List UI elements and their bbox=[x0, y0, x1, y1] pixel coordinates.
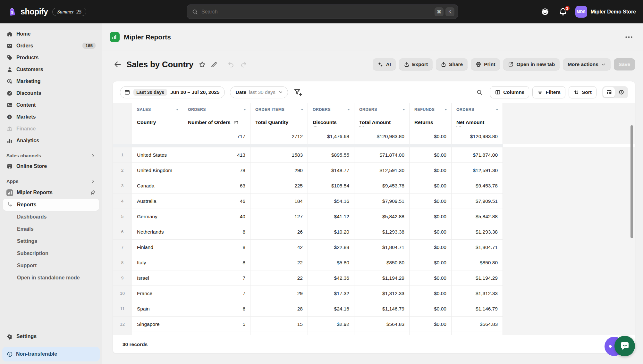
sorted-ascending-icon[interactable] bbox=[233, 120, 239, 126]
row-number: 6 bbox=[113, 224, 132, 239]
sidebar-item-settings[interactable]: Settings bbox=[3, 330, 99, 342]
edition-badge[interactable]: Summer '25 bbox=[52, 8, 86, 16]
column-group-total-quantity[interactable]: ORDER ITEMS bbox=[250, 103, 308, 116]
chart-view-toggle[interactable] bbox=[615, 87, 627, 97]
sidebar-item-marketing[interactable]: Marketing bbox=[3, 75, 99, 87]
undo-icon[interactable] bbox=[227, 61, 235, 68]
value-cell: 28 bbox=[250, 301, 308, 316]
column-group-total-amount[interactable]: ORDERS bbox=[354, 103, 410, 116]
table-row-germany[interactable]: 5Germany40127$41.12$5,842.88$0.00$5,842.… bbox=[113, 209, 635, 224]
apps-header[interactable]: Apps bbox=[6, 178, 96, 184]
topbar-right: 2 MDS Mipler Demo Store bbox=[539, 6, 636, 18]
table-row-united-states[interactable]: 1United States4131583$895.55$71,874.00$0… bbox=[113, 147, 635, 162]
sidebar-item-discounts[interactable]: Discounts bbox=[3, 87, 99, 99]
sidebar-item-reports[interactable]: Reports bbox=[3, 199, 99, 211]
sidebar-item-subscription[interactable]: Subscription bbox=[3, 247, 99, 260]
sidebar-item-settings[interactable]: Settings bbox=[3, 235, 99, 247]
column-header-total-amount[interactable]: Total Amount bbox=[354, 116, 410, 129]
table-row-australia[interactable]: 4Australia46184$54.16$7,909.51$0.00$7,90… bbox=[113, 193, 635, 209]
share-button[interactable]: Share bbox=[436, 58, 468, 70]
orders-icon bbox=[6, 43, 13, 49]
column-header-net-amount[interactable]: Net Amount bbox=[452, 116, 503, 129]
sidebar-item-support[interactable]: Support bbox=[3, 260, 99, 272]
sparkle-icon bbox=[377, 62, 383, 67]
non-transferable-banner[interactable]: Non-transferable bbox=[2, 347, 100, 361]
column-group-label: ORDERS bbox=[188, 107, 206, 112]
redo-icon[interactable] bbox=[240, 61, 247, 68]
column-header-discounts[interactable]: Discounts bbox=[308, 116, 354, 129]
sort-button[interactable]: Sort bbox=[569, 86, 596, 98]
more-actions-button[interactable]: More actions bbox=[563, 58, 611, 70]
table-row-finland[interactable]: 7Finland842$22.88$1,804.71$0.00$1,804.71 bbox=[113, 239, 635, 255]
table-row-france[interactable]: 10France729$17.32$1,312.33$0.00$1,312.33 bbox=[113, 285, 635, 301]
column-header-number-of-orders[interactable]: Number of Orders bbox=[183, 116, 250, 129]
column-group-net-amount[interactable]: ORDERS bbox=[452, 103, 503, 116]
sidebar-item-online-store[interactable]: Online Store bbox=[3, 160, 99, 172]
store-menu[interactable]: MDS Mipler Demo Store bbox=[575, 6, 636, 18]
table-row-israel[interactable]: 9Israel722$42.36$1,194.29$0.00$1,194.29 bbox=[113, 270, 635, 285]
sidebar-item-finance[interactable]: Finance bbox=[3, 123, 99, 135]
table-row-italy[interactable]: 8Italy822$5.80$850.80$0.00$850.80 bbox=[113, 255, 635, 270]
sidebar-item-dashboards[interactable]: Dashboards bbox=[3, 211, 99, 223]
sidebar-item-analytics[interactable]: Analytics bbox=[3, 135, 99, 146]
filters-button[interactable]: Filters bbox=[532, 86, 565, 98]
sidebar-item-orders[interactable]: Orders 185 bbox=[3, 40, 99, 52]
sidebar-item-home[interactable]: Home bbox=[3, 28, 99, 40]
open-new-tab-button[interactable]: Open in new tab bbox=[503, 58, 560, 70]
columns-button[interactable]: Columns bbox=[490, 86, 529, 98]
ai-button[interactable]: AI bbox=[373, 58, 396, 70]
table-view-toggle[interactable] bbox=[603, 87, 615, 97]
table-row-spain[interactable]: 11Spain628$24.16$1,146.79$0.00$1,146.79 bbox=[113, 301, 635, 316]
rename-pencil-icon[interactable] bbox=[210, 61, 218, 68]
print-button[interactable]: Print bbox=[471, 58, 500, 70]
table-row-canada[interactable]: 3Canada63225$105.54$9,453.78$0.00$9,453.… bbox=[113, 178, 635, 193]
global-search[interactable]: ⌘ K bbox=[187, 4, 458, 19]
export-button[interactable]: Export bbox=[399, 58, 433, 70]
nav-item-label: Reports bbox=[17, 202, 36, 208]
column-menu-caret-icon[interactable] bbox=[175, 107, 180, 112]
column-menu-caret-icon[interactable] bbox=[242, 107, 247, 112]
favorite-star-icon[interactable] bbox=[199, 61, 206, 68]
table-row-united-kingdom[interactable]: 2United Kingdom78290$148.77$12,591.30$0.… bbox=[113, 162, 635, 178]
sales-channels-header[interactable]: Sales channels bbox=[6, 153, 96, 158]
pin-icon[interactable] bbox=[90, 190, 96, 195]
shopify-logo[interactable]: S shopify bbox=[7, 7, 48, 17]
sidebar-item-customers[interactable]: Customers bbox=[3, 63, 99, 75]
table-row-singapore[interactable]: 12Singapore515$2.92$564.83$0.00$564.83 bbox=[113, 316, 635, 332]
country-cell: Germany bbox=[132, 209, 183, 224]
report-toolbar: Last 30 days Jun 20 – Jul 20, 2025 Date … bbox=[113, 81, 635, 103]
column-menu-caret-icon[interactable] bbox=[300, 107, 304, 112]
sidekick-button[interactable] bbox=[539, 6, 551, 18]
sidebar-item-open-in-standalone-mode[interactable]: Open in standalone mode bbox=[3, 272, 99, 284]
column-header-returns[interactable]: Returns bbox=[410, 116, 452, 129]
add-filter-icon[interactable] bbox=[293, 87, 303, 97]
notifications-button[interactable]: 2 bbox=[557, 6, 569, 18]
table-row-netherlands[interactable]: 6Netherlands826$10.20$1,293.38$0.00$1,29… bbox=[113, 224, 635, 239]
vertical-scrollbar[interactable] bbox=[630, 125, 633, 238]
sidebar-item-mipler-reports[interactable]: Mipler Reports bbox=[3, 186, 99, 199]
sidebar-item-content[interactable]: Content bbox=[3, 99, 99, 111]
save-button[interactable]: Save bbox=[614, 58, 635, 70]
column-group-number-of-orders[interactable]: ORDERS bbox=[183, 103, 250, 116]
more-options-icon[interactable] bbox=[624, 33, 633, 42]
date-range-picker[interactable]: Last 30 days Jun 20 – Jul 20, 2025 bbox=[120, 86, 225, 98]
column-menu-caret-icon[interactable] bbox=[495, 107, 499, 112]
column-header-country[interactable]: Country bbox=[132, 116, 183, 129]
column-field-label: Country bbox=[137, 120, 156, 125]
column-header-total-quantity[interactable]: Total Quantity bbox=[250, 116, 308, 129]
column-group-discounts[interactable]: ORDERS bbox=[308, 103, 354, 116]
column-group-country[interactable]: SALES bbox=[132, 103, 183, 116]
nav-item-label: Finance bbox=[16, 126, 36, 132]
column-menu-caret-icon[interactable] bbox=[402, 107, 406, 112]
sidebar-item-emails[interactable]: Emails bbox=[3, 223, 99, 235]
search-input[interactable] bbox=[201, 9, 431, 15]
column-menu-caret-icon[interactable] bbox=[444, 107, 448, 112]
sidebar-item-products[interactable]: Products bbox=[3, 52, 99, 63]
column-group-returns[interactable]: REFUNDS bbox=[410, 103, 452, 116]
column-menu-caret-icon[interactable] bbox=[346, 107, 351, 112]
chat-launcher-button[interactable] bbox=[614, 336, 635, 356]
date-filter-dropdown[interactable]: Date last 30 days bbox=[230, 86, 288, 98]
back-button[interactable] bbox=[114, 60, 122, 69]
sidebar-item-markets[interactable]: $ Markets bbox=[3, 111, 99, 123]
table-search-button[interactable] bbox=[474, 87, 485, 98]
